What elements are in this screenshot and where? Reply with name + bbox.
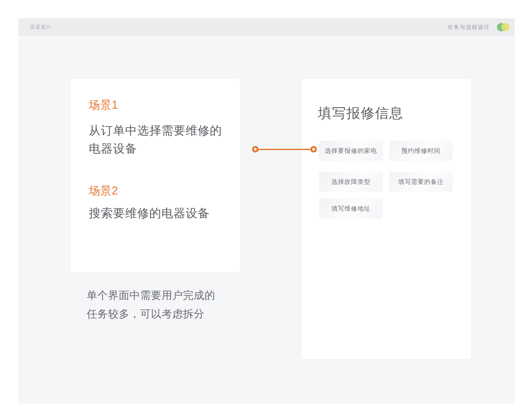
caption-line-1: 单个界面中需要用户完成的 bbox=[87, 286, 215, 304]
brand-text: 应谋鬼计 bbox=[30, 24, 51, 30]
header-bar: 应谋鬼计 任务与流程设计 bbox=[18, 18, 515, 36]
scenario-1-text: 从订单中选择需要维修的电器设备 bbox=[89, 121, 228, 158]
scenario-card: 场景1 从订单中选择需要维修的电器设备 场景2 搜索要维修的电器设备 bbox=[70, 78, 241, 273]
caption-note: 单个界面中需要用户完成的 任务较多，可以考虑拆分 bbox=[87, 286, 215, 323]
header-title: 任务与流程设计 bbox=[448, 24, 490, 31]
connector-endpoint-right-icon bbox=[310, 146, 317, 153]
overlapping-circles-logo-icon bbox=[497, 23, 510, 31]
connector-line bbox=[255, 149, 314, 150]
button-repair-address[interactable]: 填写维修地址 bbox=[319, 199, 383, 218]
connector-endpoint-left-icon bbox=[252, 146, 259, 153]
slide-canvas: 应谋鬼计 任务与流程设计 场景1 从订单中选择需要维修的电器设备 场景2 搜索要… bbox=[0, 0, 532, 420]
scenario-2-text: 搜索要维修的电器设备 bbox=[89, 204, 228, 222]
header-right-group: 任务与流程设计 bbox=[448, 23, 510, 31]
yellow-circle-icon bbox=[501, 23, 510, 31]
button-fault-type[interactable]: 选择故障类型 bbox=[319, 172, 383, 192]
caption-line-2: 任务较多，可以考虑拆分 bbox=[87, 304, 215, 323]
repair-form-card: 填写报修信息 选择要报修的家电 预约维修时间 选择故障类型 填写需要的备注 填写… bbox=[301, 78, 471, 360]
form-title: 填写报修信息 bbox=[318, 104, 404, 122]
scenario-2-label: 场景2 bbox=[89, 183, 118, 199]
scenario-1-label: 场景1 bbox=[89, 97, 118, 113]
button-schedule-time[interactable]: 预约维修时间 bbox=[389, 141, 453, 161]
button-remarks[interactable]: 填写需要的备注 bbox=[389, 172, 453, 192]
button-select-appliance[interactable]: 选择要报修的家电 bbox=[319, 141, 383, 161]
